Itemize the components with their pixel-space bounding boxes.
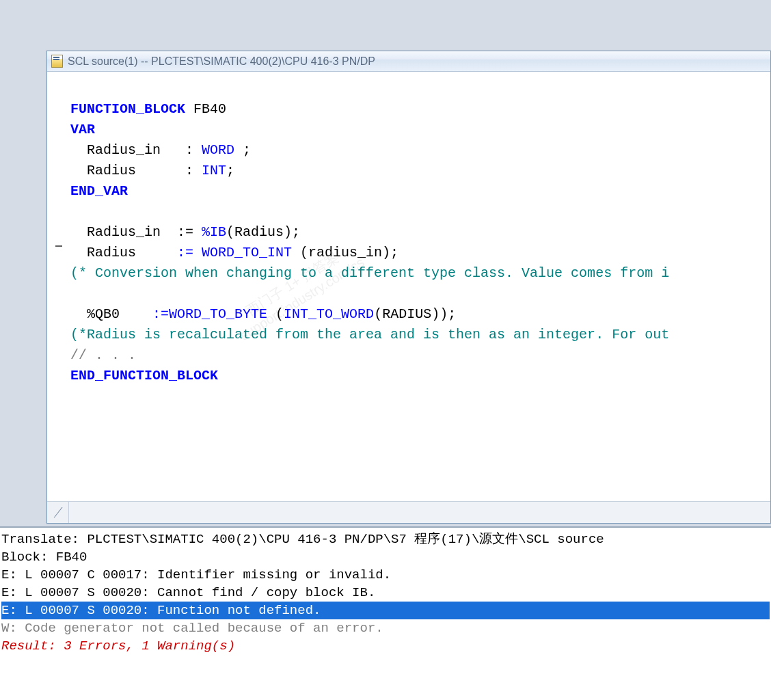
editor-titlebar[interactable]: SCL source(1) -- PLCTEST\SIMATIC 400(2)\… [47,51,770,72]
output-panel: Translate: PLCTEST\SIMATIC 400(2)\CPU 41… [0,526,771,700]
h-scroll-area: ╱ [47,501,770,523]
assign3-rest: (RADIUS)); [374,306,456,322]
type-word: WORD [202,142,234,158]
assign3-asgn: := [152,306,169,322]
kw-end-function-block: END_FUNCTION_BLOCK [70,368,218,383]
assign3-mid: ( [267,306,284,322]
comment-ellipsis: // . . . [70,347,136,363]
editor-window: SCL source(1) -- PLCTEST\SIMATIC 400(2)\… [46,51,771,524]
pct-ib: %IB [202,224,226,240]
app-root: SCL source(1) -- PLCTEST\SIMATIC 400(2)\… [0,0,771,700]
assign2-lhs: Radius [70,245,177,260]
decl-radius-name: Radius : [70,163,202,178]
out-err1: E: L 00007 C 00017: Identifier missing o… [1,567,391,582]
out-block: Block: FB40 [1,550,87,565]
comment-radius: (*Radius is recalculated from the area a… [70,327,669,342]
h-scrollbar[interactable] [69,501,770,523]
editor-title: SCL source(1) -- PLCTEST\SIMATIC 400(2)\… [68,55,375,68]
assign2-asgn: := [177,245,193,260]
scl-file-icon [51,55,63,68]
output-text[interactable]: Translate: PLCTEST\SIMATIC 400(2)\CPU 41… [0,528,771,655]
kw-var: VAR [70,122,95,137]
fb-name: FB40 [185,101,226,117]
kw-end-var: END_VAR [70,183,128,199]
out-err3-selected[interactable]: E: L 00007 S 00020: Function not defined… [1,602,770,619]
split-resize-grip[interactable]: ╱ [47,501,69,523]
assign3-lhs: %QB0 [70,306,152,322]
fold-marker[interactable] [55,245,62,247]
type-int: INT [202,163,226,178]
out-warn: W: Code generator not called because of … [1,621,383,636]
assign2-sp [193,245,202,260]
fn-word-to-byte: WORD_TO_BYTE [169,306,267,322]
out-result: Result: 3 Errors, 1 Warning(s) [1,638,235,654]
code-editor[interactable]: FUNCTION_BLOCK FB40 VAR Radius_in : WORD… [47,72,770,501]
assign1-lhs: Radius_in := [70,224,202,240]
out-err2: E: L 00007 S 00020: Cannot find / copy b… [1,585,375,600]
comment-conversion: (* Conversion when changing to a differe… [70,265,669,281]
decl-radius-tail: ; [226,163,234,178]
assign2-rest: (radius_in); [292,245,398,260]
fn-word-to-int: WORD_TO_INT [202,245,292,260]
decl-radius-in-tail: ; [234,142,251,158]
decl-radius-in-name: Radius_in : [70,142,202,158]
fn-int-to-word: INT_TO_WORD [284,306,374,322]
kw-function-block: FUNCTION_BLOCK [70,101,185,117]
out-translate: Translate: PLCTEST\SIMATIC 400(2)\CPU 41… [1,532,604,547]
assign1-rest: (Radius); [226,224,300,240]
